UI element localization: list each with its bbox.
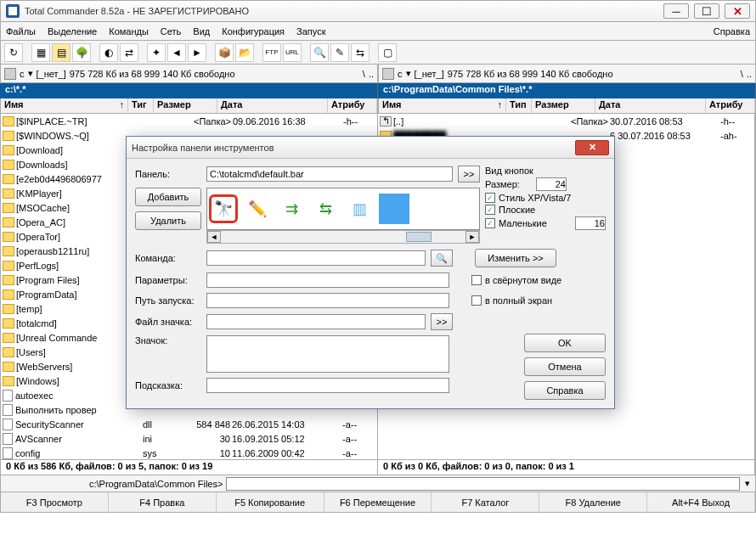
minimized-checkbox[interactable] bbox=[471, 275, 482, 285]
dialog-close-button[interactable]: ✕ bbox=[575, 140, 609, 155]
small-size-input[interactable] bbox=[575, 216, 606, 230]
size-input[interactable] bbox=[536, 177, 567, 191]
ok-button[interactable]: OK bbox=[524, 334, 606, 352]
notepad-icon[interactable]: ▥ bbox=[345, 194, 374, 223]
menu-start[interactable]: Запуск bbox=[296, 26, 325, 37]
blue-square-icon[interactable] bbox=[379, 194, 409, 224]
hdr-attr[interactable]: Атрибу bbox=[328, 98, 377, 113]
toolbar-search-icon[interactable]: 🔍 bbox=[310, 43, 329, 62]
hdr-size[interactable]: Размер bbox=[532, 98, 595, 113]
binoculars-icon[interactable]: 🔭 bbox=[209, 194, 238, 223]
edit-icon[interactable]: ✏️ bbox=[243, 194, 272, 223]
panel-path-input[interactable] bbox=[206, 166, 453, 182]
iconfile-browse-button[interactable]: >> bbox=[431, 313, 453, 330]
minimize-button[interactable]: ─ bbox=[663, 3, 689, 19]
menu-net[interactable]: Сеть bbox=[161, 26, 181, 37]
left-path[interactable]: c:\*.* bbox=[0, 83, 378, 98]
fkey-f3[interactable]: F3 Просмотр bbox=[1, 492, 109, 512]
menu-file[interactable]: Файлы bbox=[6, 26, 36, 37]
fullscreen-checkbox[interactable] bbox=[471, 295, 482, 306]
list-item-up[interactable]: ↰ [..] <Папка> 30.07.2016 08:53 -h-- bbox=[378, 114, 754, 128]
toolbar-fwd-icon[interactable]: ► bbox=[188, 43, 206, 62]
change-button[interactable]: Изменить >> bbox=[475, 249, 556, 267]
right-root-icon[interactable]: \ bbox=[741, 69, 743, 79]
iconfile-input[interactable] bbox=[206, 314, 426, 329]
drive-icon[interactable] bbox=[382, 68, 394, 80]
small-checkbox[interactable]: ✓ bbox=[485, 218, 495, 228]
startpath-input[interactable] bbox=[206, 293, 449, 308]
toolbar-pack-icon[interactable]: 📦 bbox=[215, 43, 234, 62]
drive-icon[interactable] bbox=[4, 68, 16, 80]
hdr-name[interactable]: Имя ↑ bbox=[1, 98, 128, 113]
fkey-f5[interactable]: F5 Копирование bbox=[217, 492, 324, 512]
toolbar-notepad-icon[interactable]: ▢ bbox=[378, 43, 397, 62]
add-button[interactable]: Добавить bbox=[135, 188, 201, 206]
menu-config[interactable]: Конфигурация bbox=[222, 26, 285, 37]
cmdline-input[interactable] bbox=[226, 477, 740, 491]
folder-icon bbox=[3, 116, 14, 126]
toolbar-url-icon[interactable]: URL bbox=[283, 43, 302, 62]
hdr-date[interactable]: Дата bbox=[217, 98, 328, 113]
command-input[interactable] bbox=[206, 250, 426, 266]
toolbar-refresh-icon[interactable]: ↻ bbox=[4, 43, 23, 62]
menu-help[interactable]: Справка bbox=[714, 26, 750, 37]
toolbar-unpack-icon[interactable]: 📂 bbox=[235, 43, 254, 62]
toolbar-back-icon[interactable]: ◄ bbox=[167, 43, 186, 62]
toolbar-invert-icon[interactable]: ◐ bbox=[99, 43, 118, 62]
copy-icon[interactable]: ⇉ bbox=[277, 194, 306, 223]
hdr-attr[interactable]: Атрибу bbox=[706, 98, 755, 113]
maximize-button[interactable]: ☐ bbox=[694, 3, 719, 19]
sync-dirs-icon[interactable]: ⇆ bbox=[311, 194, 340, 223]
list-item[interactable]: SecurityScannerdll584 84826.06.2015 14:0… bbox=[1, 417, 377, 431]
close-button[interactable]: ✕ bbox=[725, 3, 750, 19]
hdr-size[interactable]: Размер bbox=[154, 98, 217, 113]
toolbar-icon-strip[interactable]: 🔭 ✏️ ⇉ ⇆ ▥ bbox=[206, 188, 480, 230]
toolbar-multirename-icon[interactable]: ✎ bbox=[330, 43, 349, 62]
toolbar-star-icon[interactable]: ✦ bbox=[147, 43, 166, 62]
cancel-button[interactable]: Отмена bbox=[524, 357, 606, 376]
hdr-ext[interactable]: Тиг bbox=[128, 98, 154, 113]
toolbar-sync-icon[interactable]: ⇆ bbox=[351, 43, 370, 62]
menu-commands[interactable]: Команды bbox=[109, 26, 149, 37]
right-drive: c ▾ [_нет_] 975 728 Кб из 68 999 140 Кб … bbox=[378, 65, 756, 83]
menu-view[interactable]: Вид bbox=[193, 26, 210, 37]
fkey-altf4[interactable]: Alt+F4 Выход bbox=[647, 492, 755, 512]
right-up-icon[interactable]: .. bbox=[747, 69, 752, 79]
fkey-f6[interactable]: F6 Перемещение bbox=[324, 492, 432, 512]
hdr-name[interactable]: Имя ↑ bbox=[379, 98, 506, 113]
cmdline-dropdown-icon[interactable]: ▾ bbox=[740, 478, 755, 489]
toolbar-brief-icon[interactable]: ▦ bbox=[31, 43, 50, 62]
right-drive-dropdown-icon[interactable]: ▾ bbox=[406, 68, 411, 79]
toolbar-full-icon[interactable]: ▤ bbox=[52, 43, 71, 62]
scroll-left-icon[interactable]: ◄ bbox=[207, 231, 221, 243]
toolbar-tree-icon[interactable]: 🌳 bbox=[72, 43, 91, 62]
fkey-f4[interactable]: F4 Правка bbox=[109, 492, 217, 512]
command-search-button[interactable]: 🔍 bbox=[431, 250, 453, 267]
list-item[interactable]: configsys1011.06.2009 00:42-a-- bbox=[1, 446, 377, 459]
toolbar-ftp-icon[interactable]: FTP bbox=[262, 43, 281, 62]
toolbar-swap-icon[interactable]: ⇄ bbox=[120, 43, 138, 62]
fkey-f7[interactable]: F7 Каталог bbox=[432, 492, 539, 512]
dialog-titlebar[interactable]: Настройка панели инструментов ✕ bbox=[127, 137, 614, 159]
right-path[interactable]: c:\ProgramData\Common Files\*.* bbox=[378, 83, 756, 98]
menu-select[interactable]: Выделение bbox=[48, 26, 97, 37]
list-item[interactable]: AVScannerini3016.09.2015 05:12-a-- bbox=[1, 431, 377, 446]
left-root-icon[interactable]: \ bbox=[363, 69, 365, 79]
icon-strip-scrollbar[interactable]: ◄ ► bbox=[206, 230, 480, 244]
tooltip-input[interactable] bbox=[206, 378, 449, 393]
help-button[interactable]: Справка bbox=[524, 381, 606, 400]
delete-button[interactable]: Удалить bbox=[135, 211, 201, 230]
scroll-thumb[interactable] bbox=[406, 232, 432, 242]
left-drive-dropdown-icon[interactable]: ▾ bbox=[28, 68, 33, 79]
params-input[interactable] bbox=[206, 272, 449, 288]
left-up-icon[interactable]: .. bbox=[369, 69, 374, 79]
panel-browse-button[interactable]: >> bbox=[458, 166, 480, 183]
fkey-f8[interactable]: F8 Удаление bbox=[539, 492, 647, 512]
hdr-date[interactable]: Дата bbox=[595, 98, 706, 113]
hdr-ext[interactable]: Тип bbox=[506, 98, 532, 113]
icon-picker[interactable] bbox=[206, 335, 449, 373]
scroll-right-icon[interactable]: ► bbox=[465, 231, 479, 243]
flat-checkbox[interactable]: ✓ bbox=[485, 205, 495, 215]
style-xp-checkbox[interactable]: ✓ bbox=[485, 193, 495, 203]
list-item[interactable]: [$INPLACE.~TR]<Папка>09.06.2016 16:38-h-… bbox=[1, 114, 377, 128]
